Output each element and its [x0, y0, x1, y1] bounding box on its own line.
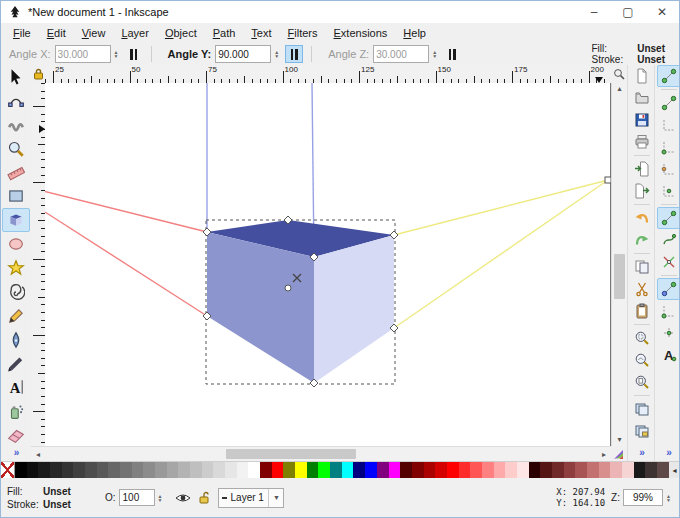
palette-swatch[interactable]	[120, 462, 132, 478]
palette-swatch[interactable]	[377, 462, 389, 478]
maximize-button[interactable]: ▢	[611, 1, 645, 23]
palette-swatch[interactable]	[622, 462, 634, 478]
palette-swatch[interactable]	[272, 462, 284, 478]
palette-swatch[interactable]	[225, 462, 237, 478]
palette-swatch[interactable]	[353, 462, 365, 478]
angle-z-input[interactable]	[373, 45, 429, 63]
palette-swatch[interactable]	[599, 462, 611, 478]
tool-star[interactable]	[2, 256, 30, 280]
commands-overflow[interactable]: »	[639, 447, 644, 458]
tool-selector[interactable]	[2, 65, 30, 89]
print-button[interactable]	[630, 131, 654, 153]
palette-swatch[interactable]	[213, 462, 225, 478]
palette-swatch[interactable]	[482, 462, 494, 478]
palette-swatch[interactable]	[318, 462, 330, 478]
tool-box-3d[interactable]	[2, 208, 30, 232]
snap-text-baseline-toggle[interactable]: A	[657, 344, 680, 366]
palette-swatch[interactable]	[657, 462, 669, 478]
snap-bbox-centers-toggle[interactable]	[657, 180, 680, 202]
menu-edit[interactable]: Edit	[39, 25, 74, 41]
palette-swatch[interactable]	[505, 462, 517, 478]
palette-swatch[interactable]	[85, 462, 97, 478]
zoom-page-button[interactable]	[630, 371, 654, 393]
open-button[interactable]	[630, 87, 654, 109]
palette-swatch[interactable]	[97, 462, 109, 478]
palette-swatch[interactable]	[424, 462, 436, 478]
snap-paths-toggle[interactable]	[657, 229, 680, 251]
snap-smooth-nodes-toggle[interactable]	[657, 300, 680, 322]
toolbox-overflow[interactable]: »	[14, 447, 19, 458]
palette-swatch[interactable]	[435, 462, 447, 478]
snap-cusp-nodes-toggle[interactable]	[657, 278, 680, 300]
menu-help[interactable]: Help	[395, 25, 434, 41]
opacity-spinner[interactable]: ▲▼	[156, 494, 165, 502]
snap-midpoints-toggle[interactable]	[657, 322, 680, 344]
drawing-svg[interactable]	[45, 83, 611, 446]
palette-swatch[interactable]	[470, 462, 482, 478]
zoom-corner-button[interactable]	[611, 65, 627, 83]
canvas[interactable]	[45, 83, 611, 446]
vertical-ruler[interactable]: 17515012510075	[31, 83, 46, 446]
palette-swatch[interactable]	[50, 462, 62, 478]
menu-path[interactable]: Path	[205, 25, 244, 41]
scroll-down-arrow[interactable]: ▾	[612, 434, 627, 446]
palette-swatch[interactable]	[108, 462, 120, 478]
close-button[interactable]: ✕	[645, 1, 679, 23]
palette-swatch[interactable]	[389, 462, 401, 478]
palette-swatch[interactable]	[307, 462, 319, 478]
tool-calligraphy[interactable]	[2, 352, 30, 376]
palette-swatch-none[interactable]	[1, 462, 15, 478]
palette-swatch[interactable]	[143, 462, 155, 478]
palette-swatch[interactable]	[237, 462, 249, 478]
ruler-corner[interactable]	[31, 65, 45, 83]
new-document-button[interactable]	[630, 65, 654, 87]
redo-button[interactable]	[630, 229, 654, 251]
save-button[interactable]	[630, 109, 654, 131]
tool-pencil[interactable]	[2, 304, 30, 328]
palette-swatch[interactable]	[412, 462, 424, 478]
palette-swatch[interactable]	[260, 462, 272, 478]
palette-swatch[interactable]	[73, 462, 85, 478]
opacity-input[interactable]	[119, 489, 155, 506]
snap-bbox-corners-toggle[interactable]	[657, 136, 680, 158]
palette-swatch[interactable]	[552, 462, 564, 478]
vertical-scroll-thumb[interactable]	[614, 254, 625, 299]
palette-swatch[interactable]	[365, 462, 377, 478]
palette-swatch[interactable]	[540, 462, 552, 478]
tool-pen[interactable]	[2, 328, 30, 352]
scroll-right-arrow[interactable]: ▸	[597, 450, 611, 459]
box-center-handle[interactable]	[285, 285, 291, 291]
palette-swatch[interactable]	[178, 462, 190, 478]
scroll-left-arrow[interactable]: ◂	[31, 450, 45, 459]
palette-swatch[interactable]	[634, 462, 646, 478]
snap-overflow[interactable]: »	[666, 447, 671, 458]
palette-swatch[interactable]	[564, 462, 576, 478]
layer-lock-icon[interactable]	[199, 491, 210, 504]
angle-x-input[interactable]	[55, 45, 111, 63]
duplicate-button[interactable]	[630, 398, 654, 420]
tool-spiral[interactable]	[2, 280, 30, 304]
tool-spray[interactable]	[2, 399, 30, 423]
fill-stroke-status[interactable]: Fill: Unset Stroke: Unset	[7, 486, 95, 510]
tool-zoom[interactable]	[2, 137, 30, 161]
copy-button[interactable]	[630, 256, 654, 278]
palette-swatch[interactable]	[330, 462, 342, 478]
palette-swatch[interactable]	[190, 462, 202, 478]
snap-bounding-box-toggle[interactable]	[657, 92, 680, 114]
menu-view[interactable]: View	[74, 25, 114, 41]
palette-swatch[interactable]	[15, 462, 27, 478]
tool-tweak[interactable]	[2, 113, 30, 137]
horizontal-scrollbar[interactable]: ◂ ▸	[31, 446, 611, 461]
horizontal-ruler[interactable]: 255075100125150175200	[45, 65, 611, 84]
palette-swatch[interactable]	[132, 462, 144, 478]
menu-text[interactable]: Text	[243, 25, 279, 41]
menu-layer[interactable]: Layer	[113, 25, 157, 41]
vertical-scrollbar[interactable]: ▴ ▾	[611, 83, 627, 446]
angle-z-parallel-toggle[interactable]	[443, 45, 461, 63]
menu-file[interactable]: File	[5, 25, 39, 41]
palette-swatch[interactable]	[295, 462, 307, 478]
tool-eraser[interactable]	[2, 423, 30, 447]
menu-filters[interactable]: Filters	[280, 25, 326, 41]
minimize-button[interactable]: –	[577, 1, 611, 23]
palette-swatch[interactable]	[283, 462, 295, 478]
